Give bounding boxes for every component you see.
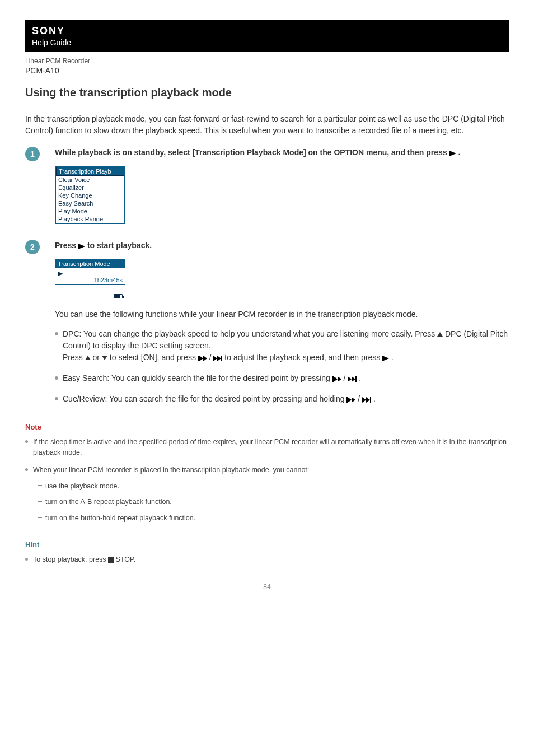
svg-marker-17 <box>348 397 352 403</box>
next-icon <box>213 353 222 365</box>
note-subitem: turn on the A-B repeat playback function… <box>38 497 509 507</box>
svg-rect-21 <box>370 397 371 403</box>
step-1-title: While playback is on standby, select [Tr… <box>55 147 509 160</box>
screen-progress-area <box>58 286 123 291</box>
note-sublist: use the playback mode. turn on the A-B r… <box>38 481 509 524</box>
cue-text-c: . <box>373 394 376 403</box>
svg-marker-9 <box>382 356 389 361</box>
svg-marker-11 <box>334 376 338 382</box>
note-item: When your linear PCM recorder is placed … <box>25 465 509 524</box>
svg-marker-6 <box>213 356 217 361</box>
prev-icon <box>198 353 207 365</box>
dpc-text-c2: or <box>91 353 102 362</box>
screen-mid <box>55 268 125 277</box>
svg-marker-2 <box>58 272 63 276</box>
function-easy-search: Easy Search: You can quickly search the … <box>55 372 509 385</box>
function-dpc: DPC: You can change the playback speed t… <box>55 328 509 365</box>
note-list: If the sleep timer is active and the spe… <box>25 437 509 524</box>
note-item: If the sleep timer is active and the spe… <box>25 437 509 458</box>
cue-text-a: Cue/Review: You can search the file for … <box>63 394 346 403</box>
step-number-badge: 1 <box>25 147 40 161</box>
menu-row-selected: Transcription Playb <box>56 167 124 176</box>
svg-marker-1 <box>78 244 85 249</box>
note-heading: Note <box>25 423 509 431</box>
svg-rect-10 <box>332 376 334 382</box>
header-bar: SONY Help Guide <box>25 20 509 52</box>
hint-heading: Hint <box>25 540 509 549</box>
svg-marker-19 <box>362 397 366 403</box>
easy-text-a: Easy Search: You can quickly search the … <box>63 374 332 382</box>
page-title: Using the transcription playback mode <box>25 86 509 105</box>
step-1-title-b: . <box>456 148 461 157</box>
play-icon <box>58 269 63 278</box>
svg-marker-13 <box>348 376 352 382</box>
note-subitem: turn on the button-hold repeat playback … <box>38 513 509 524</box>
svg-marker-7 <box>217 356 221 361</box>
menu-row: Equalizer <box>56 184 124 192</box>
dpc-text-c6: . <box>389 353 394 362</box>
product-line: Linear PCM Recorder <box>25 57 509 65</box>
step-2-title-b: to start playback. <box>85 241 152 250</box>
dpc-text-a: DPC: You can change the playback speed t… <box>63 329 437 338</box>
step-2-title: Press to start playback. <box>55 240 509 253</box>
note-block: Note If the sleep timer is active and th… <box>25 423 509 524</box>
hint-block: Hint To stop playback, press STOP. <box>25 540 509 566</box>
note-subitem: use the playback mode. <box>38 481 509 492</box>
up-icon <box>437 332 443 337</box>
down-icon <box>102 356 107 360</box>
menu-row: Easy Search <box>56 199 124 207</box>
svg-marker-12 <box>338 376 341 382</box>
next-icon <box>348 374 357 385</box>
product-model: PCM-A10 <box>25 66 509 75</box>
next-icon <box>362 394 371 406</box>
svg-rect-3 <box>198 356 199 361</box>
svg-marker-20 <box>366 397 370 403</box>
help-guide-label: Help Guide <box>32 38 502 47</box>
function-cue-review: Cue/Review: You can search the file for … <box>55 393 509 406</box>
up-icon <box>85 356 91 360</box>
step-2: 2 Press to start playback. Transcription… <box>32 240 509 406</box>
dpc-text-c5: to adjust the playback speed, and then p… <box>224 353 382 362</box>
svg-rect-16 <box>346 397 348 403</box>
step-2-title-a: Press <box>55 241 78 250</box>
step-1-title-a: While playback is on standby, select [Tr… <box>55 148 449 157</box>
screen-title: Transcription Mode <box>55 260 125 268</box>
hint-list: To stop playback, press STOP. <box>25 554 509 566</box>
cue-text-b: / <box>355 394 362 403</box>
menu-row: Clear Voice <box>56 176 124 184</box>
battery-icon <box>114 294 123 298</box>
svg-marker-4 <box>199 356 203 361</box>
prev-icon <box>332 374 341 385</box>
step-1: 1 While playback is on standby, select [… <box>32 147 509 224</box>
play-icon <box>382 353 389 365</box>
function-list: DPC: You can change the playback speed t… <box>55 328 509 406</box>
stop-icon <box>108 556 114 566</box>
menu-row: Playback Range <box>56 215 124 223</box>
hint-text-a: To stop playback, press <box>33 556 108 563</box>
dpc-text-c4: / <box>207 353 214 362</box>
page-number: 84 <box>25 583 509 591</box>
dpc-text-c3: to select [ON], and press <box>107 353 198 362</box>
dpc-text-c1: Press <box>63 353 85 362</box>
easy-text-b: / <box>341 374 348 382</box>
play-icon <box>78 241 85 253</box>
note-item-text: When your linear PCM recorder is placed … <box>33 466 309 474</box>
menu-row: Play Mode <box>56 207 124 215</box>
step-2-body: You can use the following functions whil… <box>55 308 509 406</box>
screen-time: 1h23m45s <box>55 277 125 285</box>
svg-marker-14 <box>352 376 355 382</box>
svg-rect-22 <box>108 557 114 563</box>
svg-marker-5 <box>203 356 207 361</box>
device-menu-screenshot: Transcription Playb Clear Voice Equalize… <box>55 166 125 224</box>
screen-footer <box>55 292 125 300</box>
prev-icon <box>346 394 355 406</box>
step-number-badge: 2 <box>25 240 40 254</box>
menu-row: Key Change <box>56 192 124 199</box>
hint-text-b: STOP. <box>114 556 135 563</box>
intro-paragraph: In the transcription playback mode, you … <box>25 113 509 137</box>
step-2-body-intro: You can use the following functions whil… <box>55 308 509 320</box>
device-playback-screenshot: Transcription Mode 1h23m45s <box>55 259 125 300</box>
brand-logo: SONY <box>32 25 502 37</box>
svg-marker-0 <box>449 151 456 156</box>
svg-rect-8 <box>221 356 222 361</box>
